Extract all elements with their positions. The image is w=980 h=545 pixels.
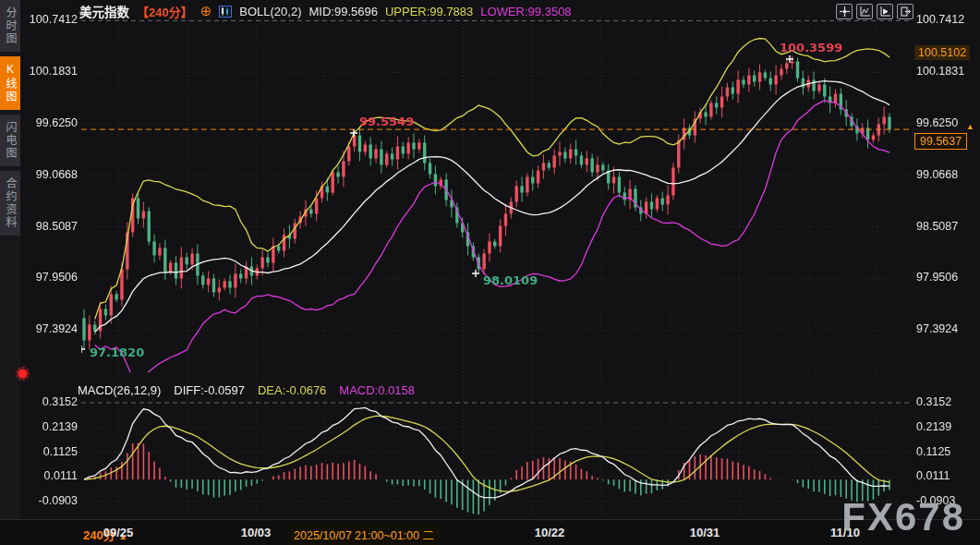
y-axis-label: 0.0111 (22, 470, 78, 482)
selected-time-range[interactable]: 2025/10/07 21:00~01:00 二 (287, 524, 441, 545)
price-up-arrow-icon: ▲ (966, 122, 974, 131)
y-axis-label: 97.9506 (22, 272, 78, 284)
y-axis-label: 100.7412 (916, 14, 977, 26)
time-axis-bar: 240分 ▲ 2025/10/07 21:00~01:00 二 09/2510/… (0, 519, 980, 545)
y-axis-label: 98.5087 (916, 221, 977, 233)
x-axis-date-label: 10/31 (690, 526, 720, 539)
y-axis-label: 99.0668 (916, 169, 977, 181)
x-axis-date-label: 09/25 (103, 526, 134, 539)
y-axis-label: 100.1831 (22, 66, 78, 78)
y-axis-label: 100.1831 (916, 66, 977, 78)
boll-upper-value: UPPER:99.7883 (385, 5, 473, 18)
add-indicator-icon[interactable]: ⊕ (200, 5, 212, 18)
chart-canvas[interactable] (0, 0, 980, 545)
sidebar-item-contract-info[interactable]: 合约资料 (0, 171, 20, 236)
popout-icon[interactable] (897, 4, 913, 19)
y-axis-label: 0.2139 (22, 421, 78, 433)
period-high-label: 100.5102 (914, 45, 970, 60)
sidebar: 分时图 K线图 闪电图 合约资料 (0, 0, 20, 519)
y-axis-label: 0.1125 (916, 446, 977, 458)
macd-params-label: MACD(26,12,9) (78, 383, 161, 397)
y-axis-label: 99.6250 (22, 117, 78, 129)
macd-header: MACD(26,12,9) DIFF:-0.0597 DEA:-0.0676 M… (78, 383, 415, 397)
y-axis-label: 97.3924 (22, 323, 78, 335)
macd-diff-value: DIFF:-0.0597 (174, 383, 245, 397)
indicator-pane-icon[interactable] (877, 4, 893, 19)
y-axis-label: 97.9506 (916, 272, 977, 284)
y-axis-label: 0.0111 (916, 470, 977, 482)
candle-chart-icon (219, 6, 232, 18)
symbol-title: 美元指数 (79, 2, 129, 20)
y-axis-label: 100.7412 (22, 14, 78, 26)
chart-header: 美元指数 【240分】 ⊕ BOLL(20,2) MID:99.5696 UPP… (79, 3, 572, 19)
y-axis-label: 0.2139 (916, 421, 977, 433)
y-axis-label: 0.3152 (916, 396, 977, 408)
sidebar-item-kline-chart[interactable]: K线图 (0, 56, 20, 110)
boll-params-label: BOLL(20,2) (239, 5, 301, 18)
crosshair-icon[interactable] (836, 4, 853, 19)
sidebar-item-time-chart[interactable]: 分时图 (0, 0, 20, 52)
chart-toolbar (836, 4, 913, 19)
trading-chart-window: 分时图 K线图 闪电图 合约资料 美元指数 【240分】 ⊕ BOLL(20,2… (0, 0, 980, 545)
x-axis-date-label: 10/22 (535, 526, 565, 539)
sidebar-item-lightning-chart[interactable]: 闪电图 (0, 115, 20, 166)
y-axis-label: -0.0903 (22, 495, 78, 507)
macd-dea-value: DEA:-0.0676 (258, 383, 326, 397)
macd-value: MACD:0.0158 (339, 383, 415, 397)
y-axis-label: 0.3152 (22, 396, 78, 408)
alert-dot-icon[interactable] (18, 369, 27, 378)
main-pane-scale-icon[interactable] (856, 4, 873, 19)
current-price-tag: 99.5637 (914, 133, 967, 150)
y-axis-label: 98.5087 (22, 221, 78, 233)
x-axis-date-label: 10/03 (241, 526, 272, 539)
boll-lower-value: LOWER:99.3508 (480, 5, 571, 18)
y-axis-label: 0.1125 (22, 446, 78, 458)
y-axis-label: 99.0668 (22, 169, 78, 181)
y-axis-label: 97.3924 (916, 323, 977, 335)
brand-watermark: FX678 (841, 495, 965, 539)
period-label[interactable]: 【240分】 (137, 3, 193, 20)
boll-mid-value: MID:99.5696 (309, 5, 377, 18)
